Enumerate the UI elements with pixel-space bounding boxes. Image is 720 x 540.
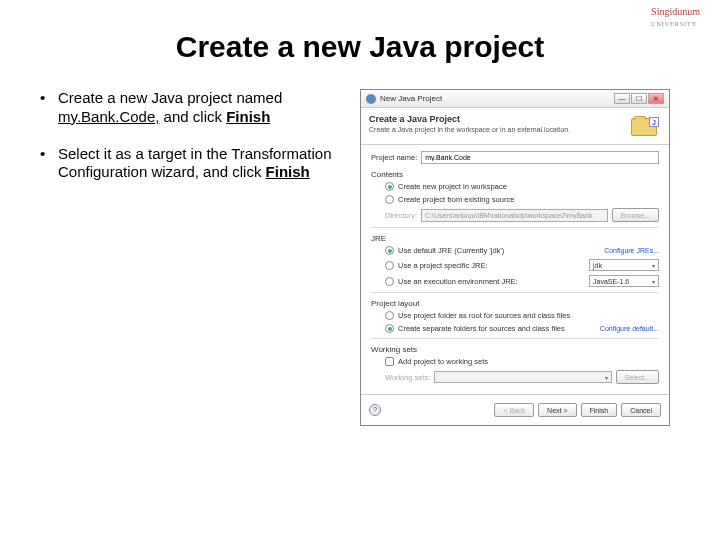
radio-root-folder[interactable]: [385, 311, 394, 320]
dialog-title: New Java Project: [380, 94, 442, 103]
header-subtitle: Create a Java project in the workspace o…: [369, 126, 631, 133]
cancel-button[interactable]: Cancel: [621, 403, 661, 417]
configure-default-link[interactable]: Configure default...: [600, 325, 659, 332]
radio-existing-source[interactable]: [385, 195, 394, 204]
brand-logo: Singidunum UNIVERSITY: [651, 6, 700, 28]
help-button[interactable]: ?: [369, 404, 381, 416]
header-title: Create a Java Project: [369, 114, 631, 124]
contents-section-title: Contents: [371, 170, 659, 179]
brand-name: Singidunum: [651, 6, 700, 17]
project-name-label: Project name:: [371, 153, 417, 162]
browse-button: Browse...: [612, 208, 659, 222]
java-project-icon: J: [631, 114, 661, 138]
maximize-button[interactable]: ☐: [631, 93, 647, 104]
finish-button[interactable]: Finish: [581, 403, 618, 417]
bullet-1: Create a new Java project named my.Bank.…: [40, 89, 340, 127]
configure-jres-link[interactable]: Configure JREs...: [604, 247, 659, 254]
layout-section-title: Project layout: [371, 299, 659, 308]
select-working-sets-button: Select...: [616, 370, 659, 384]
radio-specific-jre[interactable]: [385, 261, 394, 270]
dialog-footer: ? < Back Next > Finish Cancel: [361, 394, 669, 425]
working-sets-title: Working sets: [371, 345, 659, 354]
exec-env-combo[interactable]: JavaSE-1.6: [589, 275, 659, 287]
minimize-button[interactable]: —: [614, 93, 630, 104]
bullet-2: Select it as a target in the Transformat…: [40, 145, 340, 183]
specific-jre-combo[interactable]: jdk: [589, 259, 659, 271]
next-button[interactable]: Next >: [538, 403, 576, 417]
radio-new-workspace[interactable]: [385, 182, 394, 191]
radio-default-jre[interactable]: [385, 246, 394, 255]
jre-section-title: JRE: [371, 234, 659, 243]
new-java-project-dialog: New Java Project — ☐ ✕ Create a Java Pro…: [360, 89, 670, 426]
bullet-list: Create a new Java project named my.Bank.…: [40, 89, 340, 426]
close-button[interactable]: ✕: [648, 93, 664, 104]
slide-title: Create a new Java project: [0, 30, 720, 64]
working-sets-combo: [434, 371, 611, 383]
add-to-working-sets-check[interactable]: [385, 357, 394, 366]
project-name-input[interactable]: [421, 151, 659, 164]
back-button: < Back: [494, 403, 534, 417]
brand-sub: UNIVERSITY: [651, 21, 697, 27]
working-sets-label: Working sets:: [385, 373, 430, 382]
radio-separate-folders[interactable]: [385, 324, 394, 333]
dialog-header: Create a Java Project Create a Java proj…: [361, 108, 669, 145]
directory-input: [421, 209, 608, 222]
app-icon: [366, 94, 376, 104]
radio-exec-env-jre[interactable]: [385, 277, 394, 286]
directory-label: Directory:: [385, 211, 417, 220]
dialog-titlebar: New Java Project — ☐ ✕: [361, 90, 669, 108]
